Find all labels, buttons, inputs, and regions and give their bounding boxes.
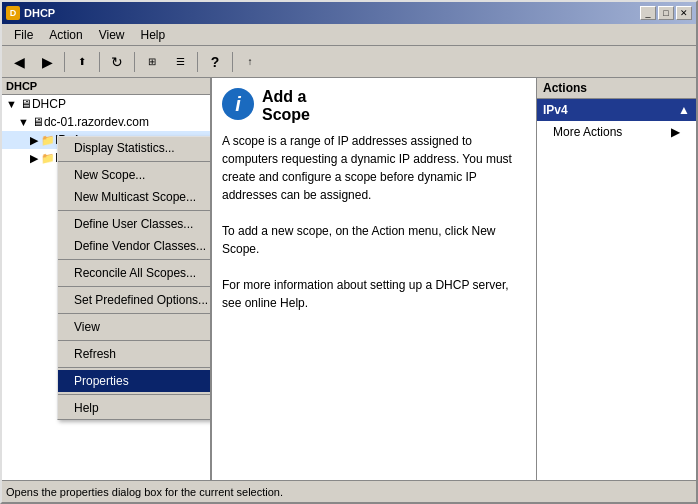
toolbar-sep-5	[232, 52, 233, 72]
list-button[interactable]: ☰	[167, 50, 193, 74]
context-menu-set-predefined[interactable]: Set Predefined Options...	[58, 289, 212, 311]
content-title: Add aScope	[262, 88, 310, 124]
toolbar-sep-2	[99, 52, 100, 72]
actions-panel: Actions IPv4 ▲ More Actions ▶	[536, 78, 696, 480]
tree-item-dhcp[interactable]: ▼ 🖥 DHCP	[2, 95, 210, 113]
context-menu-display-statistics[interactable]: Display Statistics...	[58, 137, 212, 159]
content-header: i Add aScope	[222, 88, 526, 124]
menu-file[interactable]: File	[6, 26, 41, 44]
context-menu-view[interactable]: View ▶	[58, 316, 212, 338]
forward-button[interactable]: ▶	[34, 50, 60, 74]
context-sep-8	[58, 394, 212, 395]
context-menu-new-multicast-scope[interactable]: New Multicast Scope...	[58, 186, 212, 208]
right-pane: i Add aScope A scope is a range of IP ad…	[212, 78, 536, 480]
context-menu-define-user-classes[interactable]: Define User Classes...	[58, 213, 212, 235]
expand-icon-ipv4: ▶	[30, 134, 38, 147]
close-button[interactable]: ✕	[676, 6, 692, 20]
context-menu-define-vendor-classes[interactable]: Define Vendor Classes...	[58, 235, 212, 257]
toolbar-sep-3	[134, 52, 135, 72]
export-button[interactable]: ↑	[237, 50, 263, 74]
titlebar-left: D DHCP	[6, 6, 55, 20]
context-menu-new-scope[interactable]: New Scope...	[58, 164, 212, 186]
menu-view[interactable]: View	[91, 26, 133, 44]
expand-icon-ipv6: ▶	[30, 152, 38, 165]
main-window: D DHCP _ □ ✕ File Action View Help ◀ ▶ ⬆…	[0, 0, 698, 504]
back-button[interactable]: ◀	[6, 50, 32, 74]
status-text: Opens the properties dialog box for the …	[6, 486, 283, 498]
window-title: DHCP	[24, 7, 55, 19]
content-description: A scope is a range of IP addresses assig…	[222, 132, 526, 312]
context-sep-3	[58, 259, 212, 260]
toolbar-sep-1	[64, 52, 65, 72]
up-button[interactable]: ⬆	[69, 50, 95, 74]
tree-icon-ipv6: 📁	[41, 152, 55, 165]
more-actions-arrow-icon: ▶	[671, 125, 680, 139]
context-sep-6	[58, 340, 212, 341]
menubar: File Action View Help	[2, 24, 696, 46]
app-icon: D	[6, 6, 20, 20]
actions-more-actions[interactable]: More Actions ▶	[537, 121, 696, 143]
context-sep-2	[58, 210, 212, 211]
tree-button[interactable]: ⊞	[139, 50, 165, 74]
expand-icon-server: ▼	[18, 116, 29, 128]
middle-section: DHCP ▼ 🖥 DHCP ▼ 🖥 dc-01.razordev.com ▶ 📁…	[2, 78, 696, 480]
refresh-toolbar-button[interactable]: ↻	[104, 50, 130, 74]
maximize-button[interactable]: □	[658, 6, 674, 20]
context-menu-properties[interactable]: Properties	[58, 370, 212, 392]
context-menu-reconcile-all[interactable]: Reconcile All Scopes...	[58, 262, 212, 284]
context-menu-help[interactable]: Help	[58, 397, 212, 419]
tree-header: DHCP	[2, 78, 210, 95]
actions-header: Actions	[537, 78, 696, 99]
actions-section-arrow-icon: ▲	[678, 103, 690, 117]
toolbar: ◀ ▶ ⬆ ↻ ⊞ ☰ ? ↑	[2, 46, 696, 78]
menu-action[interactable]: Action	[41, 26, 90, 44]
context-sep-7	[58, 367, 212, 368]
context-menu-refresh[interactable]: Refresh	[58, 343, 212, 365]
statusbar: Opens the properties dialog box for the …	[2, 480, 696, 502]
tree-icon-ipv4: 📁	[41, 134, 55, 147]
titlebar-controls: _ □ ✕	[640, 6, 692, 20]
left-pane: DHCP ▼ 🖥 DHCP ▼ 🖥 dc-01.razordev.com ▶ 📁…	[2, 78, 212, 480]
context-menu: Display Statistics... New Scope... New M…	[57, 136, 212, 420]
info-icon: i	[222, 88, 254, 120]
tree-item-server[interactable]: ▼ 🖥 dc-01.razordev.com	[2, 113, 210, 131]
help-button[interactable]: ?	[202, 50, 228, 74]
menu-help[interactable]: Help	[133, 26, 174, 44]
expand-icon: ▼	[6, 98, 17, 110]
minimize-button[interactable]: _	[640, 6, 656, 20]
actions-section-ipv4[interactable]: IPv4 ▲	[537, 99, 696, 121]
titlebar: D DHCP _ □ ✕	[2, 2, 696, 24]
actions-section-label: IPv4	[543, 103, 568, 117]
tree-icon-app: 🖥	[20, 97, 32, 111]
context-sep-4	[58, 286, 212, 287]
content-area: i Add aScope A scope is a range of IP ad…	[212, 78, 536, 480]
context-sep-5	[58, 313, 212, 314]
toolbar-sep-4	[197, 52, 198, 72]
context-sep-1	[58, 161, 212, 162]
tree-icon-server: 🖥	[32, 115, 44, 129]
